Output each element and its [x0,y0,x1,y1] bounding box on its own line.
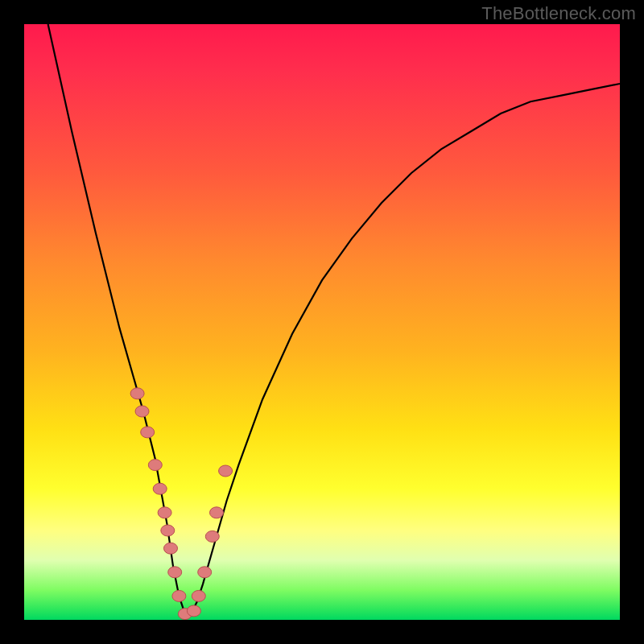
watermark-text: TheBottleneck.com [481,3,636,24]
curve-marker [168,567,182,578]
curve-marker [141,427,155,438]
curve-marker [219,465,233,477]
curve-marker [164,543,178,554]
curve-marker [130,388,144,399]
curve-marker [187,605,200,617]
bottleneck-curve-path [48,24,620,614]
curve-marker [192,590,205,601]
curve-marker [172,590,186,601]
curve-marker [205,530,219,542]
curve-marker [198,567,212,578]
curve-marker [148,460,162,471]
curve-marker [135,406,149,417]
chart-frame: TheBottleneck.com [0,0,644,644]
curve-marker [158,507,171,518]
curve-marker [153,483,167,494]
bottleneck-curve-svg [24,24,620,620]
curve-marker [161,525,175,536]
curve-marker [210,507,224,518]
plot-area [24,24,620,620]
